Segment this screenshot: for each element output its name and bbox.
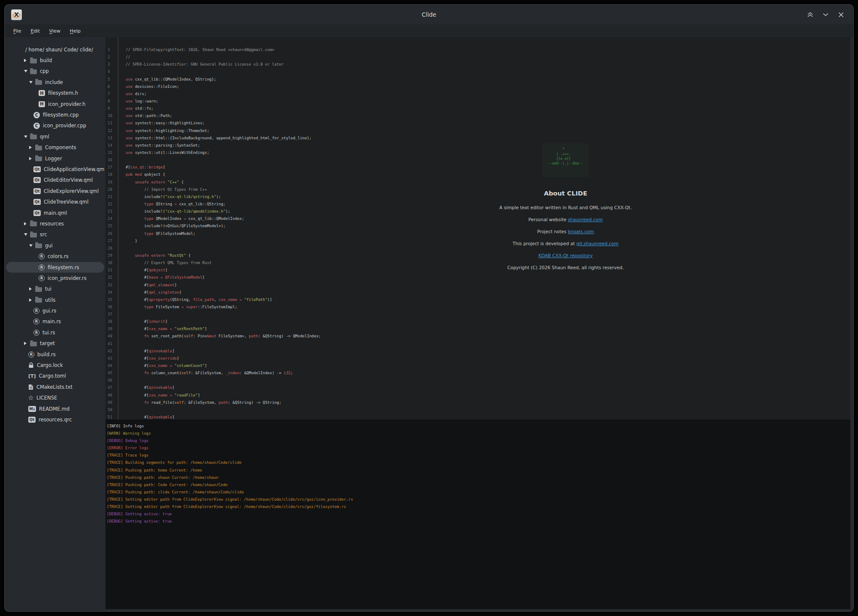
line-number: 43 xyxy=(105,355,118,362)
chevron-collapsed-icon[interactable] xyxy=(29,157,35,160)
tree-item-utils[interactable]: utils xyxy=(6,294,104,305)
tree-item-src[interactable]: src xyxy=(6,229,104,240)
log-output-panel[interactable]: [INFO] Info logs[WARN] Warning logs[DEBU… xyxy=(105,420,850,609)
code-line[interactable]: 42 #[qinvokable] xyxy=(105,348,850,355)
tree-item-logger[interactable]: Logger xyxy=(6,153,104,164)
tree-item-license[interactable]: LICENSE xyxy=(6,393,104,403)
code-line[interactable]: 44 #[cxx_name = "columnCount"] xyxy=(105,362,850,370)
tree-item-filesystem-cpp[interactable]: Cfilesystem.cpp xyxy=(6,109,104,120)
line-number: 25 xyxy=(105,222,118,230)
tree-item-icon-provider-cpp[interactable]: Cicon_provider.cpp xyxy=(6,120,104,131)
tree-item-target[interactable]: target xyxy=(6,338,104,349)
shade-button[interactable] xyxy=(805,10,815,19)
code-line[interactable]: 4 xyxy=(105,68,850,75)
code-line[interactable]: 51 #[qinvokable] xyxy=(105,414,850,420)
code-line[interactable]: 34 #[qml_singleton] xyxy=(105,289,850,296)
code-line[interactable]: 6use devicons::FileIcon; xyxy=(105,83,850,90)
tree-item-qml[interactable]: qml xyxy=(6,131,104,142)
tree-item-clideapplicationview-qml[interactable]: QtClideApplicationView.qml xyxy=(6,164,104,174)
chevron-expanded-icon[interactable] xyxy=(24,135,30,138)
tree-item-components[interactable]: Components xyxy=(6,142,104,153)
code-editor[interactable]: 1// SPDX-FileCopyrightText: 2026, Shaun … xyxy=(105,37,850,420)
tree-item-main-rs[interactable]: Rmain.rs xyxy=(6,316,104,327)
menu-item-file[interactable]: File xyxy=(9,27,25,36)
code-line[interactable]: 7use dirs; xyxy=(105,90,850,98)
about-link[interactable]: git.shaunreed.com xyxy=(576,241,618,246)
code-line[interactable]: 46 xyxy=(105,377,850,384)
code-line[interactable]: 10use std::path::Path; xyxy=(105,112,850,120)
menu-item-help[interactable]: Help xyxy=(66,27,84,36)
code-line[interactable]: 2// xyxy=(105,54,850,61)
tree-item-colors-rs[interactable]: Rcolors.rs xyxy=(6,251,104,261)
code-line[interactable]: 33 #[qml_element] xyxy=(105,282,850,289)
chevron-collapsed-icon[interactable] xyxy=(24,342,30,345)
content-area: / home/ shaun/ Code/ clide/buildcppinclu… xyxy=(5,37,853,612)
tree-item-filesystem-rs[interactable]: Rfilesystem.rs xyxy=(6,262,104,273)
about-link[interactable]: KDAB CXX-Qt repository xyxy=(539,253,593,258)
chevron-collapsed-icon[interactable] xyxy=(24,59,30,62)
code-line[interactable]: 47 #[qinvokable] xyxy=(105,384,850,391)
code-line[interactable]: 9use std::fs; xyxy=(105,105,850,112)
menu-item-view[interactable]: View xyxy=(45,27,64,36)
line-number: 7 xyxy=(105,90,118,98)
tree-item-gui[interactable]: gui xyxy=(6,240,104,251)
tree-item-resources[interactable]: resources xyxy=(6,218,104,229)
chevron-expanded-icon[interactable] xyxy=(29,81,35,84)
code-line[interactable]: 1// SPDX-FileCopyrightText: 2026, Shaun … xyxy=(105,46,850,54)
tree-item-cargo-lock[interactable]: Cargo.lock xyxy=(6,360,104,370)
tree-item-icon-provider-h[interactable]: Hicon_provider.h xyxy=(6,99,104,109)
tree-item-icon-provider-rs[interactable]: Ricon_provider.rs xyxy=(6,273,104,283)
menu-item-edit[interactable]: Edit xyxy=(27,27,43,36)
tree-item-include[interactable]: include xyxy=(6,77,104,87)
code-line[interactable]: 38 #[inherit] xyxy=(105,318,850,325)
tree-item-tui[interactable]: tui xyxy=(6,284,104,294)
tree-item-build[interactable]: build xyxy=(6,55,104,66)
chevron-expanded-icon[interactable] xyxy=(24,233,30,236)
tree-item-gui-rs[interactable]: Rgui.rs xyxy=(6,305,104,316)
tree-item-cmakelists-txt[interactable]: CMakeLists.txt xyxy=(6,382,104,392)
code-line[interactable]: 49 fn read_file(self: &FileSystem, path:… xyxy=(105,399,850,406)
tree-item-tui-rs[interactable]: Rtui.rs xyxy=(6,327,104,338)
tree-item-cargo-toml[interactable]: [T]Cargo.toml xyxy=(6,371,104,382)
code-line[interactable]: 13use syntect::html::{IncludeBackground,… xyxy=(105,135,850,142)
tree-item-filesystem-h[interactable]: Hfilesystem.h xyxy=(6,88,104,99)
code-line[interactable]: 35 #[qproperty(QString, file_path, cxx_n… xyxy=(105,296,850,303)
tree-item-cpp[interactable]: cpp xyxy=(6,66,104,77)
tree-item-clideeditorview-qml[interactable]: QtClideEditorView.qml xyxy=(6,175,104,186)
tree-item-clidetreeview-qml[interactable]: QtClideTreeView.qml xyxy=(6,196,104,207)
code-line[interactable]: 5use cxx_qt_lib::{QModelIndex, QString}; xyxy=(105,76,850,83)
chevron-expanded-icon[interactable] xyxy=(24,70,30,72)
line-number: 31 xyxy=(105,267,118,274)
code-line[interactable]: 8use log::warn; xyxy=(105,98,850,105)
code-line[interactable]: 45 fn column_count(self: &FileSystem, _i… xyxy=(105,370,850,377)
code-line[interactable]: 3// SPDX-License-Identifier: GNU General… xyxy=(105,61,850,68)
code-line[interactable]: 48 #[cxx_name = "readFile"] xyxy=(105,392,850,399)
close-button[interactable] xyxy=(836,10,846,19)
tree-item-resources-qrc[interactable]: Qtresources.qrc xyxy=(6,414,104,425)
about-link[interactable]: knoats.com xyxy=(568,229,594,234)
line-number: 19 xyxy=(105,179,118,186)
tree-item-build-rs[interactable]: Rbuild.rs xyxy=(6,349,104,360)
chevron-collapsed-icon[interactable] xyxy=(24,222,30,225)
code-line[interactable]: 39 #[cxx_name = "setRootPath"] xyxy=(105,325,850,333)
chevron-expanded-icon[interactable] xyxy=(29,244,35,247)
code-line[interactable]: 41 xyxy=(105,340,850,348)
tree-item-readme-md[interactable]: M↓README.md xyxy=(6,403,104,414)
tree-item-main-qml[interactable]: Qtmain.qml xyxy=(6,207,104,218)
code-line[interactable]: 11use syntect::easy::HighlightLines; xyxy=(105,120,850,127)
folder-icon xyxy=(35,297,42,303)
code-line[interactable]: 40 fn set_root_path(self: Pin<&mut FileS… xyxy=(105,333,850,340)
minimize-button[interactable] xyxy=(821,10,830,19)
about-link[interactable]: shaunreed.com xyxy=(568,217,602,222)
tree-root-path[interactable]: / home/ shaun/ Code/ clide/ xyxy=(6,44,104,55)
chevron-collapsed-icon[interactable] xyxy=(29,287,35,291)
chevron-collapsed-icon[interactable] xyxy=(29,146,35,149)
code-line[interactable]: 43 #[cxx_override] xyxy=(105,355,850,362)
code-line[interactable]: 12use syntect::highlighting::ThemeSet; xyxy=(105,127,850,135)
code-text: use dirs; xyxy=(118,90,147,98)
tree-item-clideexplorerview-qml[interactable]: QtClideExplorerView.qml xyxy=(6,186,104,196)
code-line[interactable]: 50 xyxy=(105,406,850,414)
chevron-collapsed-icon[interactable] xyxy=(29,298,35,302)
code-line[interactable]: 37 xyxy=(105,311,850,318)
code-line[interactable]: 36 type FileSystem = super::FileSystemIm… xyxy=(105,303,850,311)
